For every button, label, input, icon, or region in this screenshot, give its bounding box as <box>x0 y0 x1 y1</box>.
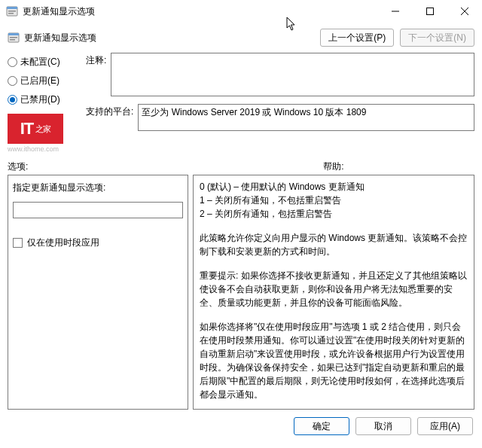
help-para-1: 此策略允许你定义向用户显示的 Windows 更新通知。该策略不会控制下载和安装… <box>200 231 468 258</box>
ithome-logo-icon: IT之家 <box>8 114 63 144</box>
title-bar: 更新通知显示选项 <box>0 0 482 23</box>
options-header: 选项: <box>8 160 188 173</box>
comment-label: 注释: <box>86 53 106 96</box>
comment-row: 注释: <box>86 53 474 96</box>
checkbox-icon <box>13 238 23 248</box>
checkbox-label: 仅在使用时段应用 <box>27 236 99 249</box>
dialog-buttons: 确定 取消 应用(A) <box>0 410 482 435</box>
platform-label: 支持的平台: <box>86 104 133 118</box>
options-pane: 指定更新通知显示选项: 仅在使用时段应用 <box>8 175 188 410</box>
help-line-1: 1 – 关闭所有通知，不包括重启警告 <box>200 194 468 207</box>
toolbar-title-text: 更新通知显示选项 <box>24 32 96 44</box>
toolbar: 更新通知显示选项 上一个设置(P) 下一个设置(N) <box>0 23 482 53</box>
active-hours-checkbox-row[interactable]: 仅在使用时段应用 <box>13 236 183 249</box>
window-controls <box>378 0 482 23</box>
radio-not-configured[interactable]: 未配置(C) <box>8 56 81 69</box>
comment-box[interactable] <box>111 53 474 96</box>
maximize-button[interactable] <box>413 0 447 23</box>
options-field-label: 指定更新通知显示选项: <box>13 181 183 194</box>
minimize-button[interactable] <box>378 0 413 23</box>
logo-url: www.ithome.com <box>8 145 81 153</box>
panes: 指定更新通知显示选项: 仅在使用时段应用 0 (默认) – 使用默认的 Wind… <box>0 175 482 410</box>
radio-icon <box>8 57 17 67</box>
cancel-button[interactable]: 取消 <box>355 417 411 435</box>
state-radio-group: 未配置(C) 已启用(E) 已禁用(D) <box>8 53 81 106</box>
main-content: 未配置(C) 已启用(E) 已禁用(D) IT之家 www.ithome.com… <box>0 53 482 156</box>
help-header: 帮助: <box>193 160 474 173</box>
ok-button[interactable]: 确定 <box>294 417 349 435</box>
radio-icon <box>8 95 17 105</box>
previous-setting-button[interactable]: 上一个设置(P) <box>320 29 394 47</box>
svg-rect-9 <box>8 33 19 35</box>
next-setting-button: 下一个设置(N) <box>400 29 474 47</box>
section-headers: 选项: 帮助: <box>0 156 482 175</box>
radio-label: 已启用(E) <box>20 75 59 87</box>
window-title: 更新通知显示选项 <box>23 5 378 18</box>
radio-label: 未配置(C) <box>20 56 60 69</box>
platform-box: 至少为 Windows Server 2019 或 Windows 10 版本 … <box>138 104 474 131</box>
platform-row: 支持的平台: 至少为 Windows Server 2019 或 Windows… <box>86 104 474 131</box>
help-line-2: 2 – 关闭所有通知，包括重启警告 <box>200 207 468 221</box>
left-column: 未配置(C) 已启用(E) 已禁用(D) IT之家 www.ithome.com <box>8 53 81 153</box>
apply-button[interactable]: 应用(A) <box>417 417 473 435</box>
help-para-3: 如果你选择将"仅在使用时段应用"与选项 1 或 2 结合使用，则只会在使用时段禁… <box>200 320 468 401</box>
svg-rect-1 <box>7 7 17 9</box>
policy-icon <box>8 32 20 44</box>
radio-disabled[interactable]: 已禁用(D) <box>8 93 81 106</box>
logo-main: IT <box>20 119 34 139</box>
help-para-2: 重要提示: 如果你选择不接收更新通知，并且还定义了其他组策略以使设备不会自动获取… <box>200 269 468 309</box>
radio-label: 已禁用(D) <box>20 93 60 106</box>
right-column: 注释: 支持的平台: 至少为 Windows Server 2019 或 Win… <box>86 53 474 153</box>
window-icon <box>6 5 18 17</box>
logo-zh: 之家 <box>35 123 50 135</box>
toolbar-title: 更新通知显示选项 <box>8 32 96 44</box>
options-field-input[interactable] <box>13 202 183 218</box>
svg-rect-3 <box>8 13 14 14</box>
help-pane: 0 (默认) – 使用默认的 Windows 更新通知 1 – 关闭所有通知，不… <box>193 175 474 410</box>
svg-rect-11 <box>10 39 15 41</box>
radio-enabled[interactable]: 已启用(E) <box>8 75 81 87</box>
help-line-0: 0 (默认) – 使用默认的 Windows 更新通知 <box>200 180 468 194</box>
close-button[interactable] <box>447 0 482 23</box>
watermark-logo: IT之家 www.ithome.com <box>8 114 81 153</box>
radio-icon <box>8 76 17 86</box>
svg-rect-5 <box>427 8 434 15</box>
svg-rect-2 <box>8 11 16 12</box>
svg-rect-10 <box>10 37 17 38</box>
